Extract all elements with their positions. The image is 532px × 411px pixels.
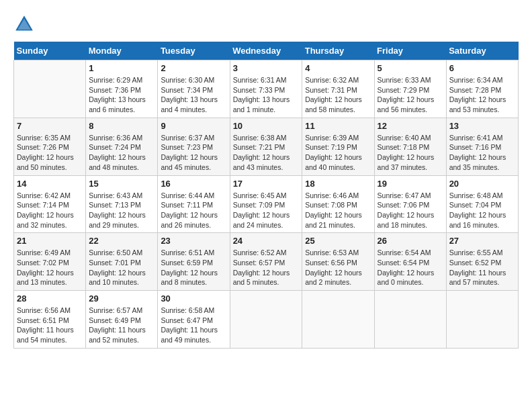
header-day: Saturday xyxy=(446,42,518,60)
day-info: Sunrise: 6:40 AMSunset: 7:18 PMDaylight:… xyxy=(378,133,443,173)
day-info: Sunrise: 6:38 AMSunset: 7:21 PMDaylight:… xyxy=(233,133,300,173)
day-number: 15 xyxy=(89,179,154,189)
day-number: 4 xyxy=(305,63,371,73)
day-number: 23 xyxy=(161,236,226,246)
calendar-cell: 28 Sunrise: 6:56 AMSunset: 6:51 PMDaylig… xyxy=(14,291,86,349)
calendar-cell: 7 Sunrise: 6:35 AMSunset: 7:26 PMDayligh… xyxy=(14,118,86,175)
calendar-cell: 10 Sunrise: 6:38 AMSunset: 7:21 PMDaylig… xyxy=(230,118,302,175)
calendar-cell: 2 Sunrise: 6:30 AMSunset: 7:34 PMDayligh… xyxy=(158,60,230,118)
calendar-cell: 12 Sunrise: 6:40 AMSunset: 7:18 PMDaylig… xyxy=(374,118,446,175)
calendar-cell: 14 Sunrise: 6:42 AMSunset: 7:14 PMDaylig… xyxy=(14,175,86,233)
calendar-cell xyxy=(230,291,302,349)
day-info: Sunrise: 6:33 AMSunset: 7:29 PMDaylight:… xyxy=(378,75,443,115)
calendar-cell: 6 Sunrise: 6:34 AMSunset: 7:28 PMDayligh… xyxy=(446,60,518,118)
header-day: Wednesday xyxy=(230,42,302,60)
day-number: 11 xyxy=(305,121,371,131)
day-number: 8 xyxy=(89,121,154,131)
calendar-cell: 26 Sunrise: 6:54 AMSunset: 6:54 PMDaylig… xyxy=(374,233,446,291)
day-number: 5 xyxy=(378,63,443,73)
calendar-cell: 27 Sunrise: 6:55 AMSunset: 6:52 PMDaylig… xyxy=(446,233,518,291)
calendar-cell xyxy=(446,291,518,349)
calendar-cell: 13 Sunrise: 6:41 AMSunset: 7:16 PMDaylig… xyxy=(446,118,518,175)
header-day: Sunday xyxy=(14,42,86,60)
calendar-week-row: 1 Sunrise: 6:29 AMSunset: 7:36 PMDayligh… xyxy=(14,60,519,118)
day-number: 20 xyxy=(449,179,515,189)
day-info: Sunrise: 6:36 AMSunset: 7:24 PMDaylight:… xyxy=(89,133,154,173)
calendar-week-row: 7 Sunrise: 6:35 AMSunset: 7:26 PMDayligh… xyxy=(14,118,519,175)
day-number: 7 xyxy=(17,121,83,131)
calendar-week-row: 14 Sunrise: 6:42 AMSunset: 7:14 PMDaylig… xyxy=(14,175,519,233)
calendar-cell: 4 Sunrise: 6:32 AMSunset: 7:31 PMDayligh… xyxy=(302,60,374,118)
calendar-cell: 9 Sunrise: 6:37 AMSunset: 7:23 PMDayligh… xyxy=(158,118,230,175)
day-info: Sunrise: 6:50 AMSunset: 7:01 PMDaylight:… xyxy=(89,248,154,287)
day-number: 29 xyxy=(89,293,154,304)
calendar-cell: 29 Sunrise: 6:57 AMSunset: 6:49 PMDaylig… xyxy=(86,291,158,349)
day-info: Sunrise: 6:56 AMSunset: 6:51 PMDaylight:… xyxy=(17,306,83,345)
day-info: Sunrise: 6:47 AMSunset: 7:06 PMDaylight:… xyxy=(378,191,443,230)
day-info: Sunrise: 6:41 AMSunset: 7:16 PMDaylight:… xyxy=(449,133,515,173)
day-info: Sunrise: 6:31 AMSunset: 7:33 PMDaylight:… xyxy=(233,75,300,115)
calendar-cell: 8 Sunrise: 6:36 AMSunset: 7:24 PMDayligh… xyxy=(86,118,158,175)
day-number: 3 xyxy=(233,63,300,73)
day-info: Sunrise: 6:32 AMSunset: 7:31 PMDaylight:… xyxy=(305,75,371,115)
day-number: 1 xyxy=(89,63,154,73)
calendar-cell: 11 Sunrise: 6:39 AMSunset: 7:19 PMDaylig… xyxy=(302,118,374,175)
calendar-week-row: 21 Sunrise: 6:49 AMSunset: 7:02 PMDaylig… xyxy=(14,233,519,291)
calendar-cell: 19 Sunrise: 6:47 AMSunset: 7:06 PMDaylig… xyxy=(374,175,446,233)
day-info: Sunrise: 6:46 AMSunset: 7:08 PMDaylight:… xyxy=(305,191,371,230)
calendar-cell: 25 Sunrise: 6:53 AMSunset: 6:56 PMDaylig… xyxy=(302,233,374,291)
page-header xyxy=(13,13,519,35)
day-info: Sunrise: 6:58 AMSunset: 6:47 PMDaylight:… xyxy=(161,306,226,345)
day-info: Sunrise: 6:45 AMSunset: 7:09 PMDaylight:… xyxy=(233,191,300,230)
calendar-table: SundayMondayTuesdayWednesdayThursdayFrid… xyxy=(13,42,519,349)
day-number: 16 xyxy=(161,179,226,189)
day-info: Sunrise: 6:55 AMSunset: 6:52 PMDaylight:… xyxy=(449,248,515,287)
header-row: SundayMondayTuesdayWednesdayThursdayFrid… xyxy=(14,42,519,60)
calendar-cell: 3 Sunrise: 6:31 AMSunset: 7:33 PMDayligh… xyxy=(230,60,302,118)
day-info: Sunrise: 6:42 AMSunset: 7:14 PMDaylight:… xyxy=(17,191,83,230)
day-info: Sunrise: 6:30 AMSunset: 7:34 PMDaylight:… xyxy=(161,75,226,115)
day-info: Sunrise: 6:29 AMSunset: 7:36 PMDaylight:… xyxy=(89,75,154,115)
calendar-cell: 17 Sunrise: 6:45 AMSunset: 7:09 PMDaylig… xyxy=(230,175,302,233)
day-number: 27 xyxy=(449,236,515,246)
day-info: Sunrise: 6:49 AMSunset: 7:02 PMDaylight:… xyxy=(17,248,83,287)
day-info: Sunrise: 6:54 AMSunset: 6:54 PMDaylight:… xyxy=(378,248,443,287)
calendar-cell: 16 Sunrise: 6:44 AMSunset: 7:11 PMDaylig… xyxy=(158,175,230,233)
calendar-cell: 24 Sunrise: 6:52 AMSunset: 6:57 PMDaylig… xyxy=(230,233,302,291)
day-number: 10 xyxy=(233,121,300,131)
calendar-cell: 21 Sunrise: 6:49 AMSunset: 7:02 PMDaylig… xyxy=(14,233,86,291)
day-number: 30 xyxy=(161,293,226,304)
header-day: Monday xyxy=(86,42,158,60)
day-number: 28 xyxy=(17,293,83,304)
day-number: 12 xyxy=(378,121,443,131)
day-info: Sunrise: 6:43 AMSunset: 7:13 PMDaylight:… xyxy=(89,191,154,230)
day-info: Sunrise: 6:57 AMSunset: 6:49 PMDaylight:… xyxy=(89,306,154,345)
day-number: 6 xyxy=(449,63,515,73)
calendar-cell xyxy=(302,291,374,349)
day-number: 21 xyxy=(17,236,83,246)
calendar-cell: 5 Sunrise: 6:33 AMSunset: 7:29 PMDayligh… xyxy=(374,60,446,118)
calendar-cell: 18 Sunrise: 6:46 AMSunset: 7:08 PMDaylig… xyxy=(302,175,374,233)
day-number: 9 xyxy=(161,121,226,131)
day-info: Sunrise: 6:44 AMSunset: 7:11 PMDaylight:… xyxy=(161,191,226,230)
calendar-week-row: 28 Sunrise: 6:56 AMSunset: 6:51 PMDaylig… xyxy=(14,291,519,349)
day-info: Sunrise: 6:48 AMSunset: 7:04 PMDaylight:… xyxy=(449,191,515,230)
day-info: Sunrise: 6:35 AMSunset: 7:26 PMDaylight:… xyxy=(17,133,83,173)
calendar-cell: 20 Sunrise: 6:48 AMSunset: 7:04 PMDaylig… xyxy=(446,175,518,233)
day-number: 14 xyxy=(17,179,83,189)
calendar-cell: 15 Sunrise: 6:43 AMSunset: 7:13 PMDaylig… xyxy=(86,175,158,233)
calendar-cell xyxy=(14,60,86,118)
calendar-cell xyxy=(374,291,446,349)
day-number: 2 xyxy=(161,63,226,73)
day-info: Sunrise: 6:53 AMSunset: 6:56 PMDaylight:… xyxy=(305,248,371,287)
day-number: 24 xyxy=(233,236,300,246)
calendar-cell: 23 Sunrise: 6:51 AMSunset: 6:59 PMDaylig… xyxy=(158,233,230,291)
day-number: 13 xyxy=(449,121,515,131)
day-number: 19 xyxy=(378,179,443,189)
day-number: 18 xyxy=(305,179,371,189)
calendar-cell: 30 Sunrise: 6:58 AMSunset: 6:47 PMDaylig… xyxy=(158,291,230,349)
logo xyxy=(13,13,38,35)
day-info: Sunrise: 6:39 AMSunset: 7:19 PMDaylight:… xyxy=(305,133,371,173)
header-day: Tuesday xyxy=(158,42,230,60)
day-info: Sunrise: 6:51 AMSunset: 6:59 PMDaylight:… xyxy=(161,248,226,287)
